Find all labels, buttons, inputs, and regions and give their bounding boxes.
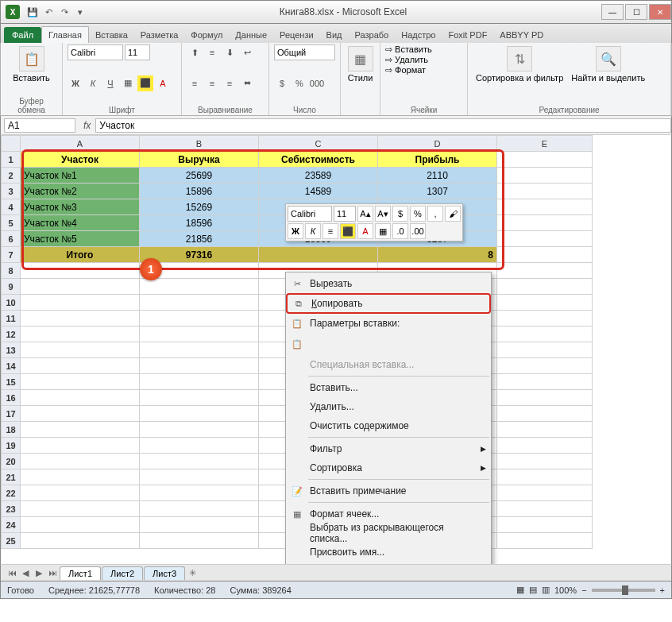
cell[interactable] — [497, 406, 593, 422]
number-format-combo[interactable]: Общий — [274, 44, 335, 60]
row-header[interactable]: 14 — [2, 358, 21, 374]
cell[interactable] — [497, 263, 593, 279]
cell[interactable]: 8 — [378, 247, 497, 263]
menu-define-name[interactable]: Присвоить имя... — [286, 543, 491, 562]
cell[interactable] — [21, 485, 140, 501]
row-header[interactable]: 20 — [2, 454, 21, 469]
cell[interactable]: 23589 — [259, 168, 378, 184]
mini-percent-button[interactable]: % — [410, 206, 426, 222]
cell[interactable]: Участок №5 — [21, 231, 140, 247]
sheet-nav-last[interactable]: ⏭ — [46, 568, 59, 578]
cell[interactable]: Участок №4 — [21, 215, 140, 231]
mini-format-painter-button[interactable]: 🖌 — [445, 206, 461, 222]
cell[interactable] — [497, 501, 593, 517]
row-header[interactable]: 1 — [2, 152, 21, 168]
close-button[interactable]: ✕ — [649, 4, 671, 20]
row-header[interactable]: 8 — [2, 263, 21, 279]
align-middle-button[interactable]: ≡ — [204, 44, 220, 60]
cell[interactable] — [140, 501, 259, 517]
mini-shrink-font-button[interactable]: A▾ — [375, 206, 391, 222]
cell[interactable] — [21, 326, 140, 342]
cell[interactable] — [497, 279, 593, 295]
cell[interactable] — [497, 454, 593, 469]
cell[interactable] — [497, 374, 593, 390]
row-header[interactable]: 24 — [2, 517, 21, 533]
cell[interactable] — [21, 358, 140, 374]
cell[interactable]: Себистоимость — [259, 152, 378, 168]
cell[interactable]: Участок — [21, 152, 140, 168]
menu-insert[interactable]: Вставить... — [286, 378, 491, 397]
cell[interactable] — [140, 279, 259, 295]
menu-sort[interactable]: Сортировка▶ — [286, 458, 491, 477]
row-header[interactable]: 5 — [2, 215, 21, 231]
undo-icon[interactable]: ↶ — [42, 6, 55, 18]
menu-format-cells[interactable]: ▦Формат ячеек... — [286, 504, 491, 523]
format-cells-button[interactable]: ⇨ Формат — [385, 65, 426, 75]
italic-button[interactable]: К — [85, 75, 101, 91]
cell[interactable] — [21, 279, 140, 295]
align-top-button[interactable]: ⬆ — [187, 44, 203, 60]
row-header[interactable]: 6 — [2, 231, 21, 247]
row-header[interactable]: 2 — [2, 168, 21, 184]
align-left-button[interactable]: ≡ — [187, 75, 203, 91]
sheet-tab[interactable]: Лист2 — [102, 566, 143, 580]
row-header[interactable]: 3 — [2, 184, 21, 199]
cell[interactable] — [21, 263, 140, 279]
col-header-b[interactable]: B — [140, 136, 259, 152]
cell[interactable]: 14589 — [259, 184, 378, 199]
cell[interactable]: 15269 — [140, 199, 259, 215]
sort-filter-button[interactable]: ⇅Сортировка и фильтр — [473, 44, 566, 84]
cell[interactable] — [497, 326, 593, 342]
sheet-nav-next[interactable]: ▶ — [33, 568, 45, 578]
cell[interactable] — [140, 311, 259, 326]
col-header-e[interactable]: E — [497, 136, 593, 152]
cell[interactable] — [497, 199, 593, 215]
currency-button[interactable]: $ — [274, 75, 290, 91]
cell[interactable] — [497, 342, 593, 358]
font-name-combo[interactable]: Calibri — [68, 44, 123, 60]
bold-button[interactable]: Ж — [68, 75, 83, 91]
mini-currency-button[interactable]: $ — [392, 206, 408, 222]
row-header[interactable]: 4 — [2, 199, 21, 215]
percent-button[interactable]: % — [292, 75, 307, 91]
view-layout-button[interactable]: ▤ — [529, 585, 537, 595]
cell[interactable] — [259, 247, 378, 263]
cell[interactable] — [21, 374, 140, 390]
cell[interactable] — [140, 533, 259, 549]
col-header-d[interactable]: D — [378, 136, 497, 152]
zoom-level[interactable]: 100% — [554, 585, 577, 595]
cell[interactable]: Участок №1 — [21, 168, 140, 184]
mini-align-button[interactable]: ≡ — [322, 223, 338, 239]
cell[interactable] — [21, 406, 140, 422]
row-header[interactable]: 16 — [2, 390, 21, 406]
cell[interactable] — [21, 295, 140, 311]
tab-file[interactable]: Файл — [4, 27, 41, 43]
cell[interactable] — [140, 358, 259, 374]
mini-border-button[interactable]: ▦ — [375, 223, 391, 239]
cell[interactable] — [497, 184, 593, 199]
cell[interactable] — [497, 533, 593, 549]
align-right-button[interactable]: ≡ — [222, 75, 238, 91]
cell[interactable]: 15896 — [140, 184, 259, 199]
cell[interactable] — [497, 517, 593, 533]
cell[interactable] — [140, 438, 259, 454]
row-header[interactable]: 25 — [2, 533, 21, 549]
cell[interactable] — [497, 358, 593, 374]
underline-button[interactable]: Ч — [102, 75, 118, 91]
row-header[interactable]: 23 — [2, 501, 21, 517]
menu-hyperlink[interactable]: 🔗Гиперссылка... — [286, 562, 491, 564]
menu-clear[interactable]: Очистить содержимое — [286, 416, 491, 435]
tab-addins[interactable]: Надстро — [395, 27, 442, 43]
cell[interactable] — [497, 215, 593, 231]
cell[interactable] — [140, 326, 259, 342]
cell[interactable]: Прибыль — [378, 152, 497, 168]
cell[interactable] — [21, 390, 140, 406]
view-normal-button[interactable]: ▦ — [516, 585, 524, 595]
sheet-nav-first[interactable]: ⏮ — [6, 568, 18, 578]
tab-review[interactable]: Рецензи — [273, 27, 320, 43]
cell[interactable] — [140, 390, 259, 406]
insert-cells-button[interactable]: ⇨ Вставить — [385, 44, 432, 55]
col-header-a[interactable]: A — [21, 136, 140, 152]
cell[interactable] — [140, 485, 259, 501]
mini-increase-decimal-button[interactable]: .0 — [392, 223, 408, 239]
